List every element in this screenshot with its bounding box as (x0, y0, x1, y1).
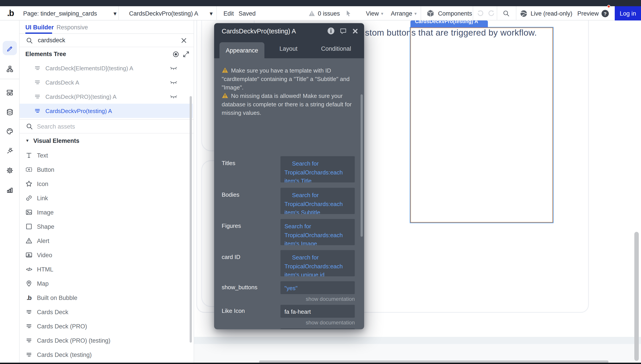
issues-indicator[interactable]: 0 issues (308, 6, 340, 20)
visual-elements-header[interactable]: ▼ Visual Elements (25, 134, 79, 148)
cursor-tool-icon[interactable] (345, 6, 352, 20)
settings-gear-icon[interactable] (6, 167, 13, 174)
asset-item-cards-deck-pro-[interactable]: Cards Deck (PRO) (20, 319, 193, 333)
search-button[interactable] (502, 6, 510, 20)
hidden-eye-icon[interactable] (170, 66, 178, 71)
asset-item-label: Icon (37, 180, 48, 187)
assets-search-input[interactable]: Search assets (37, 123, 75, 130)
hidden-eye-icon[interactable] (170, 94, 178, 99)
tree-item[interactable]: CardsDeckvPro(testing) A (20, 104, 193, 118)
element-selector[interactable]: CardsDeckvPro(testing) A (129, 6, 198, 20)
logs-chart-icon[interactable] (6, 186, 13, 194)
field-value-card-id[interactable]: Search for TropicalOrchards:each item's … (280, 250, 355, 276)
live-status[interactable]: Live (read-only) (520, 6, 572, 20)
asset-item-image[interactable]: Image (20, 205, 193, 220)
element-selector-caret-icon: ▾ (210, 6, 213, 20)
styles-palette-icon[interactable] (6, 128, 13, 135)
tab-conditional[interactable]: Conditional (314, 39, 358, 58)
plugins-plug-icon[interactable] (6, 147, 13, 154)
field-value-show-buttons[interactable]: "yes" (280, 281, 355, 294)
vertical-scrollbar[interactable] (634, 232, 639, 361)
database-icon[interactable] (6, 108, 13, 116)
deck-icon (25, 337, 32, 344)
panel-title-bar[interactable]: CardsDeckvPro(testing) A (214, 23, 364, 39)
selected-element-box[interactable] (410, 28, 553, 222)
sidebar-scrollbar[interactable] (190, 96, 192, 343)
tab-layout[interactable]: Layout (270, 39, 307, 58)
login-button[interactable]: Log in (615, 6, 641, 20)
main-toolbar: .b Page: tinder_swiping_cards ▾ CardsDec… (0, 6, 641, 20)
toolbar-divider (473, 6, 473, 20)
page-selector[interactable]: Page: tinder_swiping_cards (23, 6, 97, 20)
panel-scrollbar[interactable] (360, 94, 363, 237)
bubble-logo[interactable]: .b (7, 6, 14, 20)
field-value-titles[interactable]: Search for TropicalOrchards:each item's … (280, 156, 355, 182)
element-icon (34, 79, 41, 86)
asset-item-label: Shape (37, 223, 54, 230)
asset-item-shape[interactable]: Shape (20, 220, 193, 234)
map-icon (25, 280, 32, 287)
asset-item-label: Cards Deck (testing) (37, 351, 92, 358)
hidden-eye-icon[interactable] (170, 80, 178, 85)
redo-button[interactable] (488, 6, 495, 20)
design-pencil-icon[interactable] (6, 44, 13, 52)
alertoutline-icon (25, 237, 32, 244)
show-documentation-link[interactable]: show documentation (306, 296, 355, 302)
edit-menu[interactable]: Edit (224, 6, 234, 20)
asset-item-built-on-bubble[interactable]: .bBuilt on Bubble (20, 290, 193, 305)
components-button[interactable]: Components (426, 6, 472, 20)
asset-item-cards-deck-pro-testing-[interactable]: Cards Deck (PRO) (testing) (20, 333, 193, 348)
tab-responsive[interactable]: Responsive (56, 20, 88, 34)
expand-tree-icon[interactable] (182, 50, 190, 58)
asset-item-link[interactable]: Link (20, 191, 193, 205)
elements-tree-header: Elements Tree (20, 47, 194, 61)
panel-tabs: Appearance Layout Conditional (214, 39, 364, 58)
element-icon (34, 93, 41, 100)
help-button[interactable]: ? (601, 6, 610, 20)
asset-item-button[interactable]: Button (20, 162, 193, 177)
tab-appearance[interactable]: Appearance (220, 42, 264, 58)
collapse-triangle-icon: ▼ (25, 138, 30, 143)
preview-button[interactable]: Preview (577, 6, 599, 20)
view-menu[interactable]: View▾ (366, 6, 383, 20)
tree-item[interactable]: CardsDeck A (20, 75, 193, 90)
field-label: Figures (222, 222, 241, 229)
field-value-figures[interactable]: Search for TropicalOrchards:each item's … (280, 219, 355, 245)
field-value-reject-icon[interactable]: fa fa-remove (280, 328, 355, 329)
property-editor-panel: CardsDeckvPro(testing) A Appearance Layo… (214, 23, 364, 329)
window-bottom-edge (0, 363, 641, 364)
element-search-input[interactable] (37, 36, 180, 44)
asset-item-cards-deck[interactable]: Cards Deck (20, 305, 193, 319)
visibility-eye-icon[interactable] (172, 50, 180, 58)
clear-search-icon[interactable] (180, 37, 188, 44)
tree-item[interactable]: CardsDeck[ElementsID](testing) A (20, 61, 193, 75)
info-icon[interactable] (327, 27, 335, 35)
arrange-menu[interactable]: Arrange▾ (391, 6, 417, 20)
comment-bubble-icon[interactable] (340, 27, 347, 34)
tab-ui-builder[interactable]: UI Builder (25, 20, 54, 34)
asset-item-map[interactable]: Map (20, 276, 193, 290)
workflow-icon[interactable] (6, 66, 13, 72)
page-selector-caret-icon: ▾ (114, 6, 117, 20)
show-documentation-link[interactable]: show documentation (306, 320, 355, 326)
missing-data-warning: No missing data is allowed! Make sure yo… (222, 92, 355, 117)
field-label: Bodies (222, 191, 240, 198)
svg-text:?: ? (604, 11, 607, 16)
close-icon[interactable] (352, 27, 359, 34)
toolbar-divider (118, 6, 119, 20)
asset-item-video[interactable]: Video (20, 248, 193, 262)
undo-button[interactable] (477, 6, 484, 20)
asset-item-cards-deck-testing-[interactable]: Cards Deck (testing) (20, 348, 193, 362)
assets-search-row: Search assets (20, 119, 194, 134)
tree-item[interactable]: CardsDeck(PRO)(testing) A (20, 90, 193, 104)
asset-item-html[interactable]: </>HTML (20, 262, 193, 276)
selected-element-label[interactable]: CardsDeckvPro(testing) A (410, 20, 488, 28)
asset-item-text[interactable]: Text (20, 148, 193, 162)
button-icon (25, 166, 32, 173)
asset-item-label: Built on Bubble (37, 294, 78, 301)
asset-item-alert[interactable]: Alert (20, 234, 193, 248)
field-value-like-icon[interactable]: fa fa-heart (280, 305, 355, 318)
field-value-bodies[interactable]: Search for TropicalOrchards:each item's … (280, 188, 355, 214)
asset-item-icon[interactable]: Icon (20, 177, 193, 191)
reusable-elements-icon[interactable] (6, 89, 13, 96)
